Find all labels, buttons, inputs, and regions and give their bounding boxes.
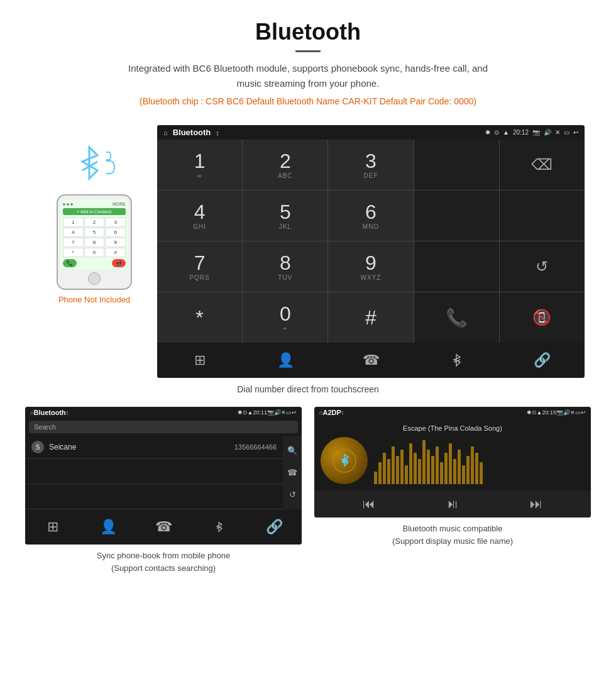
nav-link-icon[interactable]: 🔗: [499, 348, 585, 373]
dial-call-red[interactable]: 📵: [500, 292, 585, 343]
nav-phone-icon[interactable]: ☎: [328, 348, 414, 373]
key-number: 0: [280, 304, 291, 324]
phone-key-hash[interactable]: #: [105, 248, 126, 257]
music-back-icon[interactable]: ↩: [581, 409, 586, 416]
music-cam-icon[interactable]: 📷: [556, 409, 563, 416]
dial-caption: Dial number direct from touchscreen: [0, 384, 616, 394]
music-usb-icon: ↕: [341, 409, 344, 416]
dial-refresh[interactable]: ↺: [500, 241, 585, 292]
time-display: 20:12: [513, 129, 529, 136]
music-loc-icon: ⊙: [532, 409, 537, 416]
pb-nav-phone[interactable]: ☎: [136, 514, 191, 539]
equalizer-bars: [374, 437, 585, 484]
play-pause-button[interactable]: ⏯: [446, 497, 459, 511]
nav-grid-icon[interactable]: ⊞: [157, 348, 243, 373]
key-number: 7: [194, 253, 206, 273]
dial-key-4[interactable]: 4 GHI: [157, 191, 242, 241]
phone-end-button[interactable]: 📵: [112, 259, 126, 267]
music-controls: ⏮ ⏯ ⏭: [314, 490, 591, 517]
dial-key-6[interactable]: 6 MNO: [328, 191, 413, 241]
phone-home-button[interactable]: [88, 272, 101, 285]
screen-icon[interactable]: ▭: [564, 129, 569, 136]
pb-nav-user[interactable]: 👤: [80, 514, 136, 539]
phone-key-2[interactable]: 2: [84, 218, 105, 227]
dial-key-5[interactable]: 5 JKL: [243, 191, 327, 241]
contact-name: Seicane: [49, 443, 234, 451]
sidebar-call-icon[interactable]: ☎: [287, 468, 297, 477]
pb-nav-link[interactable]: 🔗: [246, 514, 302, 539]
dial-key-0[interactable]: 0 +: [243, 292, 327, 343]
bottom-screens-row: ⌂ Bluetooth ↕ ✱ ⊙ ▲ 20:11 📷 🔊 ✕ ▭ ↩ Sear…: [0, 407, 616, 574]
pb-cam-icon[interactable]: 📷: [267, 409, 274, 416]
phone-carrier: MORE: [113, 202, 126, 206]
phonebook-search-bar[interactable]: Search: [29, 421, 298, 433]
eq-bar: [475, 453, 478, 484]
close-icon[interactable]: ✕: [555, 129, 560, 136]
phone-key-3[interactable]: 3: [105, 218, 126, 227]
sidebar-search-icon[interactable]: 🔍: [287, 446, 297, 455]
phone-key-9[interactable]: 9: [105, 238, 126, 247]
eq-bar: [471, 446, 474, 484]
dial-call-green[interactable]: 📞: [414, 292, 499, 343]
nav-bluetooth-icon[interactable]: [414, 348, 499, 373]
contact-row-seicane[interactable]: S Seicane 13566664466: [25, 436, 283, 459]
eq-bar: [422, 440, 426, 484]
call-icon: 📞: [446, 307, 468, 328]
camera-icon[interactable]: 📷: [532, 129, 540, 136]
volume-icon[interactable]: 🔊: [544, 129, 551, 136]
dial-backspace[interactable]: ⌫: [500, 140, 585, 190]
key-letters: +: [283, 325, 287, 332]
dial-key-2[interactable]: 2 ABC: [243, 140, 327, 190]
phone-key-7[interactable]: 7: [63, 238, 84, 247]
title-divider: [295, 50, 321, 52]
dial-key-8[interactable]: 8 TUV: [243, 241, 327, 292]
spec-line: (Bluetooth chip : CSR BC6 Default Blueto…: [13, 96, 603, 106]
main-content-row: MORE + Add to Contacts 1 2 3 4 5 6 7 8 9…: [0, 125, 616, 378]
music-vol-icon[interactable]: 🔊: [563, 409, 570, 416]
phone-key-1[interactable]: 1: [63, 218, 84, 227]
music-close-icon[interactable]: ✕: [570, 409, 575, 416]
pb-back-icon[interactable]: ↩: [292, 409, 297, 416]
music-note-icon: [332, 448, 357, 473]
bluetooth-icon: [74, 144, 105, 182]
prev-button[interactable]: ⏮: [363, 497, 375, 511]
phone-call-button[interactable]: 📞: [63, 259, 77, 267]
dial-key-hash[interactable]: #: [328, 292, 413, 343]
dial-key-9[interactable]: 9 WXYZ: [328, 241, 413, 292]
phone-key-6[interactable]: 6: [105, 228, 126, 237]
refresh-icon: ↺: [536, 258, 548, 275]
music-screen-title: A2DP: [322, 409, 341, 416]
pb-nav-bt[interactable]: [191, 514, 246, 539]
eq-bar: [409, 443, 412, 484]
nav-contacts-icon[interactable]: 👤: [243, 348, 328, 373]
phone-key-4[interactable]: 4: [63, 228, 84, 237]
pb-nav-grid[interactable]: ⊞: [25, 514, 80, 539]
home-icon[interactable]: ⌂: [163, 129, 168, 136]
sidebar-refresh-icon[interactable]: ↺: [289, 490, 296, 499]
dial-key-star[interactable]: *: [157, 292, 242, 343]
phone-key-8[interactable]: 8: [84, 238, 105, 247]
phonebook-contacts-list: S Seicane 13566664466: [25, 436, 283, 509]
phone-key-5[interactable]: 5: [84, 228, 105, 237]
phone-section: MORE + Add to Contacts 1 2 3 4 5 6 7 8 9…: [31, 125, 157, 304]
dial-key-1[interactable]: 1 ∞: [157, 140, 242, 190]
phone-key-0[interactable]: 0: [84, 248, 105, 257]
key-number: 6: [365, 202, 377, 222]
bluetooth-status-icon: ✱: [485, 129, 490, 136]
dial-key-3[interactable]: 3 DEF: [328, 140, 413, 190]
dot2: [67, 203, 69, 206]
next-button[interactable]: ⏭: [530, 497, 542, 511]
pb-vol-icon[interactable]: 🔊: [274, 409, 281, 416]
pb-screen-icon[interactable]: ▭: [286, 409, 292, 416]
phone-key-sym[interactable]: *: [63, 248, 84, 257]
dial-empty-r2c5: [500, 191, 585, 241]
dial-key-7[interactable]: 7 PQRS: [157, 241, 242, 292]
key-letters: MNO: [363, 223, 379, 230]
pb-close-icon[interactable]: ✕: [281, 409, 286, 416]
music-art-area: [321, 437, 585, 484]
eq-bar: [387, 459, 390, 484]
pb-status-bar: ⌂ Bluetooth ↕ ✱ ⊙ ▲ 20:11 📷 🔊 ✕ ▭ ↩: [25, 407, 302, 418]
usb-icon: ↕: [216, 129, 219, 136]
back-icon[interactable]: ↩: [573, 129, 578, 136]
music-screen-icon[interactable]: ▭: [575, 409, 581, 416]
